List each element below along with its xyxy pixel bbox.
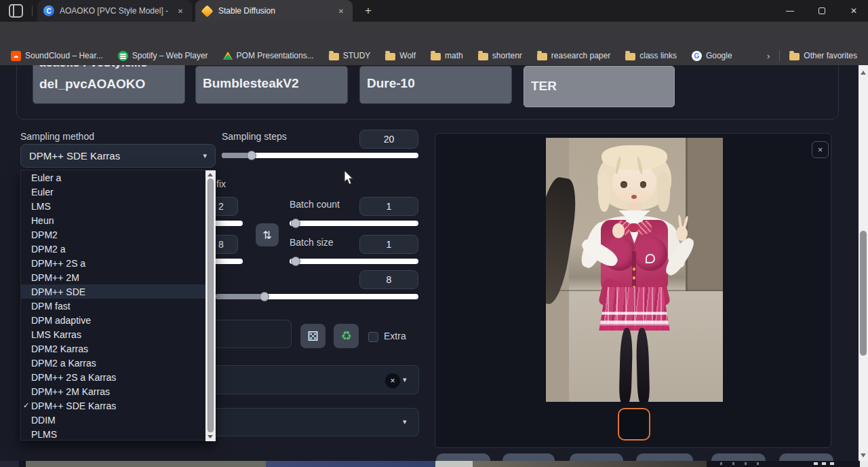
slider-handle[interactable]: [291, 257, 300, 266]
tab-close-icon[interactable]: ✕: [336, 5, 347, 16]
sampling-steps-input[interactable]: 20: [359, 130, 418, 149]
option-dpm-adaptive[interactable]: DPM adaptive: [21, 313, 205, 327]
extra-checkbox[interactable]: [368, 332, 378, 342]
bookmark-label: Other favorites: [804, 51, 857, 60]
option-label: DPM2: [31, 229, 58, 240]
bookmark-google[interactable]: GGoogle: [692, 51, 732, 61]
height-slider-fragment[interactable]: [216, 259, 243, 264]
slider-handle[interactable]: [247, 151, 256, 160]
option-dpm2[interactable]: DPM2: [21, 227, 205, 242]
scroll-down-icon[interactable]: [861, 453, 866, 457]
bookmark-spotify[interactable]: Spotify – Web Player: [118, 51, 208, 61]
option-dpmpp-2m-karras[interactable]: DPM++ 2M Karras: [21, 384, 205, 398]
sampling-steps-slider[interactable]: [222, 153, 418, 158]
option-label: DPM++ 2S a: [31, 258, 85, 269]
bookmark-label: Spotify – Web Player: [132, 51, 208, 60]
script-select[interactable]: ▾: [216, 408, 419, 436]
sampling-method-label: Sampling method: [20, 131, 94, 142]
dropdown-scrollbar[interactable]: [205, 170, 216, 441]
bookmarks-overflow-chevron[interactable]: ›: [767, 51, 770, 61]
scroll-up-icon[interactable]: [208, 173, 213, 176]
width-input-fragment[interactable]: 2: [216, 197, 238, 216]
option-label: Heun: [31, 215, 54, 226]
option-plms[interactable]: PLMS: [21, 427, 205, 441]
close-image-icon[interactable]: ×: [812, 141, 829, 158]
new-tab-button[interactable]: +: [361, 4, 375, 18]
option-dpmpp-sde-karras-selected[interactable]: ✓DPM++ SDE Karras: [21, 398, 205, 413]
option-lms[interactable]: LMS: [21, 199, 205, 213]
styles-select[interactable]: × ▾: [216, 365, 419, 394]
scroll-up-icon[interactable]: [861, 71, 866, 75]
option-euler[interactable]: Euler: [21, 185, 205, 199]
sampling-method-select[interactable]: DPM++ SDE Karras ▾: [20, 144, 216, 168]
option-label: DPM2 a Karras: [31, 358, 96, 369]
cfg-scale-slider[interactable]: [216, 294, 418, 299]
window-close-button[interactable]: ✕: [844, 3, 864, 19]
option-lms-karras[interactable]: LMS Karras: [21, 327, 205, 341]
generated-image[interactable]: [546, 138, 723, 402]
slider-handle[interactable]: [291, 219, 300, 228]
random-seed-dice-button[interactable]: ⚄: [300, 324, 326, 348]
bookmark-label: Google: [706, 51, 732, 60]
swap-dimensions-button[interactable]: ⇅: [256, 223, 279, 246]
soundcloud-icon: ☁: [11, 51, 21, 61]
option-dpm2-karras[interactable]: DPM2 Karras: [21, 341, 205, 356]
drive-icon: [223, 52, 233, 60]
scroll-down-icon[interactable]: [208, 435, 213, 438]
batch-count-slider[interactable]: [290, 221, 418, 226]
seed-input[interactable]: [216, 320, 292, 348]
option-euler-a[interactable]: Euler a: [21, 170, 205, 185]
model-card-partial-title: aoaoko PvcStyleMo: [39, 65, 148, 70]
tab-close-icon[interactable]: ✕: [175, 5, 186, 16]
batch-size-slider[interactable]: [290, 259, 418, 264]
option-dpm2-a-karras[interactable]: DPM2 a Karras: [21, 356, 205, 370]
slider-handle[interactable]: [260, 292, 269, 301]
chevron-down-icon: ▾: [403, 375, 407, 384]
screen: C AOAOKO [PVC Style Model] - PV ✕ Stable…: [0, 0, 868, 467]
scrollbar-corner: [860, 461, 868, 467]
option-heun[interactable]: Heun: [21, 213, 205, 227]
checkmark-icon: ✓: [23, 401, 29, 410]
taskbar-glyph: [745, 462, 747, 465]
cfg-scale-input[interactable]: 8: [359, 270, 418, 289]
model-card-dure-10[interactable]: Dure-10: [359, 66, 512, 104]
bookmark-pom[interactable]: POM Presentations...: [223, 51, 314, 60]
page-scrollbar[interactable]: [859, 65, 868, 467]
option-dpmpp-2m[interactable]: DPM++ 2M: [21, 270, 205, 284]
width-slider-fragment[interactable]: [216, 221, 243, 226]
bookmark-wolf[interactable]: Wolf: [385, 51, 416, 60]
model-card-bumblesteakv2[interactable]: BumblesteakV2: [195, 66, 348, 104]
taskbar-glyph: [814, 462, 818, 465]
model-card-title: TER: [531, 79, 557, 94]
gallery-thumbnail[interactable]: [618, 408, 650, 441]
window-minimize-button[interactable]: —: [780, 3, 800, 19]
bookmark-label: POM Presentations...: [237, 51, 314, 60]
scrollbar-thumb[interactable]: [208, 179, 214, 432]
workspaces-icon[interactable]: [9, 4, 23, 18]
bookmark-label: math: [445, 51, 463, 60]
tab-stable-diffusion[interactable]: Stable Diffusion ✕: [195, 0, 353, 22]
bookmark-math[interactable]: math: [431, 51, 463, 60]
bookmark-soundcloud[interactable]: ☁SoundCloud – Hear...: [11, 51, 103, 61]
other-favorites[interactable]: Other favorites: [789, 51, 857, 60]
option-dpm-fast[interactable]: DPM fast: [21, 299, 205, 313]
bookmark-study[interactable]: STUDY: [329, 51, 371, 60]
batch-size-input[interactable]: 1: [359, 235, 418, 254]
option-dpm2-a[interactable]: DPM2 a: [21, 242, 205, 256]
height-input-fragment[interactable]: 8: [216, 235, 238, 254]
option-dpmpp-2s-a-karras[interactable]: DPM++ 2S a Karras: [21, 370, 205, 384]
bookmark-research-paper[interactable]: reasearch paper: [537, 51, 610, 60]
bookmark-shortenr[interactable]: shortenr: [478, 51, 522, 60]
batch-count-input[interactable]: 1: [359, 197, 418, 216]
tab-aoaoko[interactable]: C AOAOKO [PVC Style Model] - PV ✕: [37, 0, 192, 22]
option-dpmpp-sde[interactable]: DPM++ SDE: [21, 284, 205, 299]
window-restore-button[interactable]: [812, 3, 832, 19]
option-dpmpp-2s-a[interactable]: DPM++ 2S a: [21, 256, 205, 270]
bookmark-class-links[interactable]: class links: [625, 51, 677, 60]
option-ddim[interactable]: DDIM: [21, 413, 205, 427]
reuse-seed-recycle-button[interactable]: ♻: [334, 324, 359, 348]
model-card-ter[interactable]: TER: [524, 66, 675, 107]
clear-selection-icon[interactable]: ×: [385, 373, 400, 388]
model-card-del-pvcaoaoko[interactable]: aoaoko PvcStyleMo del_pvcAOAOKO: [33, 65, 185, 104]
scrollbar-thumb[interactable]: [860, 231, 867, 356]
